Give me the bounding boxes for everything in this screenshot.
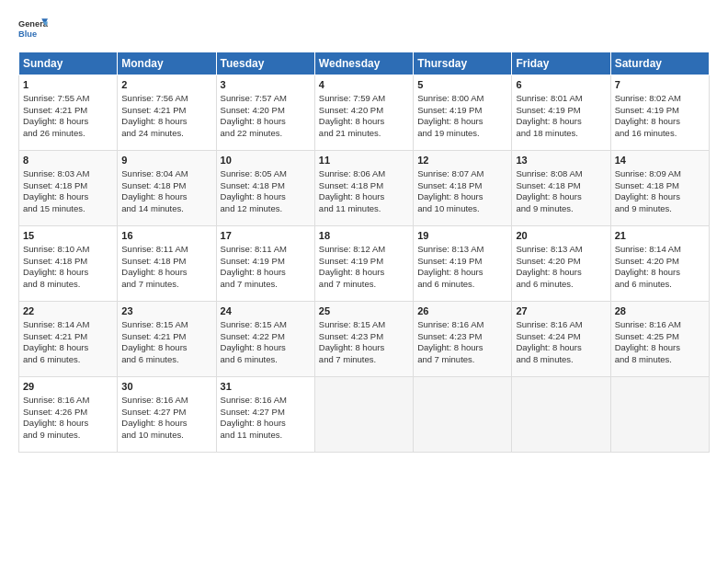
day-info-line: Sunset: 4:18 PM <box>121 180 211 192</box>
day-info-line: Sunset: 4:18 PM <box>23 180 113 192</box>
day-info-line: Sunset: 4:21 PM <box>23 105 113 117</box>
day-info-line: Sunrise: 8:00 AM <box>417 93 507 105</box>
day-info-line: Sunset: 4:18 PM <box>221 180 311 192</box>
day-info-line: Daylight: 8 hours <box>23 342 113 354</box>
day-info-line: Daylight: 8 hours <box>417 342 507 354</box>
calendar-header-friday: Friday <box>512 52 610 75</box>
day-info-line: Sunrise: 8:07 AM <box>417 168 507 180</box>
calendar-cell: 1Sunrise: 7:55 AMSunset: 4:21 PMDaylight… <box>19 75 118 151</box>
day-info-line: Sunrise: 8:13 AM <box>516 244 606 256</box>
day-info-line: and 10 minutes. <box>417 203 507 215</box>
calendar-cell: 30Sunrise: 8:16 AMSunset: 4:27 PMDayligh… <box>118 377 216 453</box>
calendar-cell: 13Sunrise: 8:08 AMSunset: 4:18 PMDayligh… <box>512 151 610 226</box>
day-info-line: and 8 minutes. <box>516 354 606 366</box>
calendar-cell: 6Sunrise: 8:01 AMSunset: 4:19 PMDaylight… <box>512 75 610 151</box>
day-info-line: Sunrise: 8:09 AM <box>615 168 705 180</box>
day-number: 27 <box>516 304 606 318</box>
day-number: 23 <box>121 304 211 318</box>
day-number: 28 <box>615 304 705 318</box>
calendar-cell <box>414 377 512 453</box>
day-number: 30 <box>121 380 211 394</box>
day-info-line: Sunset: 4:18 PM <box>516 180 606 192</box>
day-info-line: and 6 minutes. <box>417 279 507 291</box>
day-number: 21 <box>615 229 705 243</box>
calendar-cell: 18Sunrise: 8:12 AMSunset: 4:19 PMDayligh… <box>314 226 413 302</box>
day-info-line: Daylight: 8 hours <box>417 116 507 128</box>
day-info-line: Daylight: 8 hours <box>221 418 311 430</box>
day-info-line: Sunset: 4:19 PM <box>516 105 606 117</box>
day-info-line: and 18 minutes. <box>516 128 606 140</box>
day-number: 14 <box>615 154 705 167</box>
day-info-line: Daylight: 8 hours <box>121 418 211 430</box>
day-info-line: Sunrise: 7:56 AM <box>121 93 211 105</box>
calendar-cell: 11Sunrise: 8:06 AMSunset: 4:18 PMDayligh… <box>314 151 413 226</box>
day-number: 8 <box>23 154 113 167</box>
day-info-line: Sunset: 4:19 PM <box>417 105 507 117</box>
calendar-header-sunday: Sunday <box>19 52 118 75</box>
day-info-line: Sunset: 4:19 PM <box>615 105 705 117</box>
day-info-line: Sunrise: 8:16 AM <box>417 319 507 331</box>
day-info-line: Daylight: 8 hours <box>221 191 311 203</box>
day-info-line: Sunrise: 8:14 AM <box>23 319 113 331</box>
day-info-line: Sunrise: 8:16 AM <box>23 395 113 407</box>
day-info-line: Sunset: 4:27 PM <box>121 407 211 419</box>
calendar-cell: 28Sunrise: 8:16 AMSunset: 4:25 PMDayligh… <box>610 302 709 377</box>
calendar-cell: 16Sunrise: 8:11 AMSunset: 4:18 PMDayligh… <box>118 226 216 302</box>
calendar-cell: 25Sunrise: 8:15 AMSunset: 4:23 PMDayligh… <box>314 302 413 377</box>
day-info-line: Daylight: 8 hours <box>615 342 705 354</box>
day-info-line: Daylight: 8 hours <box>319 267 409 279</box>
day-info-line: and 8 minutes. <box>23 279 113 291</box>
day-info-line: Sunset: 4:20 PM <box>221 105 311 117</box>
day-info-line: Sunset: 4:20 PM <box>319 105 409 117</box>
day-info-line: Sunset: 4:21 PM <box>121 105 211 117</box>
day-number: 11 <box>319 154 409 167</box>
calendar-cell: 14Sunrise: 8:09 AMSunset: 4:18 PMDayligh… <box>610 151 709 226</box>
day-info-line: Sunset: 4:26 PM <box>23 407 113 419</box>
day-number: 9 <box>121 154 211 167</box>
calendar-cell: 4Sunrise: 7:59 AMSunset: 4:20 PMDaylight… <box>314 75 413 151</box>
calendar-cell: 19Sunrise: 8:13 AMSunset: 4:19 PMDayligh… <box>414 226 512 302</box>
day-info-line: and 12 minutes. <box>221 203 311 215</box>
calendar-cell <box>314 377 413 453</box>
day-info-line: Daylight: 8 hours <box>121 191 211 203</box>
day-number: 24 <box>221 304 311 318</box>
day-info-line: and 24 minutes. <box>121 128 211 140</box>
day-info-line: Sunrise: 8:14 AM <box>615 244 705 256</box>
calendar-week-5: 29Sunrise: 8:16 AMSunset: 4:26 PMDayligh… <box>19 377 710 453</box>
day-info-line: and 22 minutes. <box>221 128 311 140</box>
calendar-cell: 10Sunrise: 8:05 AMSunset: 4:18 PMDayligh… <box>216 151 314 226</box>
day-info-line: Sunrise: 7:59 AM <box>319 93 409 105</box>
calendar-cell: 2Sunrise: 7:56 AMSunset: 4:21 PMDaylight… <box>118 75 216 151</box>
calendar-header-saturday: Saturday <box>610 52 709 75</box>
day-info-line: Daylight: 8 hours <box>221 342 311 354</box>
day-number: 7 <box>615 78 705 92</box>
day-info-line: Sunrise: 8:04 AM <box>121 168 211 180</box>
day-info-line: Sunset: 4:18 PM <box>319 180 409 192</box>
day-info-line: and 9 minutes. <box>516 203 606 215</box>
calendar-cell: 5Sunrise: 8:00 AMSunset: 4:19 PMDaylight… <box>414 75 512 151</box>
calendar-cell: 20Sunrise: 8:13 AMSunset: 4:20 PMDayligh… <box>512 226 610 302</box>
day-info-line: Sunset: 4:20 PM <box>615 256 705 268</box>
day-info-line: Daylight: 8 hours <box>121 267 211 279</box>
svg-text:Blue: Blue <box>18 29 37 39</box>
day-info-line: Sunrise: 8:12 AM <box>319 244 409 256</box>
calendar-cell <box>610 377 709 453</box>
day-info-line: Sunset: 4:27 PM <box>221 407 311 419</box>
day-info-line: Daylight: 8 hours <box>516 342 606 354</box>
day-info-line: Sunrise: 8:08 AM <box>516 168 606 180</box>
day-info-line: Sunset: 4:23 PM <box>417 331 507 343</box>
day-info-line: Sunrise: 8:10 AM <box>23 244 113 256</box>
calendar-header-tuesday: Tuesday <box>216 52 314 75</box>
day-info-line: Daylight: 8 hours <box>221 116 311 128</box>
day-info-line: Sunrise: 8:02 AM <box>615 93 705 105</box>
calendar-cell: 23Sunrise: 8:15 AMSunset: 4:21 PMDayligh… <box>118 302 216 377</box>
calendar-cell: 31Sunrise: 8:16 AMSunset: 4:27 PMDayligh… <box>216 377 314 453</box>
day-number: 6 <box>516 78 606 92</box>
day-info-line: and 14 minutes. <box>121 203 211 215</box>
day-info-line: Sunset: 4:18 PM <box>417 180 507 192</box>
calendar-cell: 17Sunrise: 8:11 AMSunset: 4:19 PMDayligh… <box>216 226 314 302</box>
day-info-line: Sunrise: 8:16 AM <box>121 395 211 407</box>
day-number: 4 <box>319 78 409 92</box>
day-info-line: Daylight: 8 hours <box>516 191 606 203</box>
header: General Blue <box>18 17 710 42</box>
